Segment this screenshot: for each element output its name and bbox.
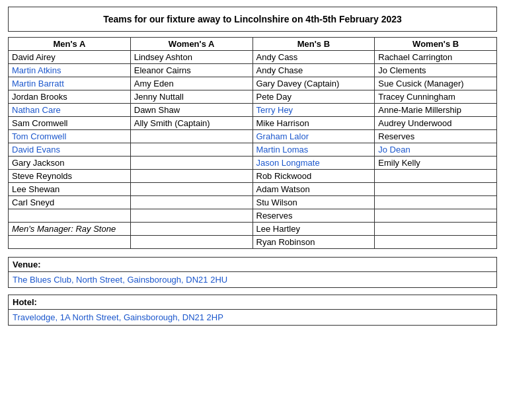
table-row: Jason Longmate [252, 157, 375, 170]
table-row [130, 170, 252, 183]
table-row: Gary Davey (Captain) [252, 77, 375, 90]
col-header-mens-a: Men's A [9, 38, 131, 51]
table-row: Men's Manager: Ray Stone [9, 223, 131, 236]
table-row [130, 130, 252, 143]
hotel-label: Hotel: [9, 295, 496, 310]
table-row: Graham Lalor [252, 130, 375, 143]
table-row: Stu Wilson [252, 196, 375, 209]
hotel-section: Hotel: Travelodge, 1A North Street, Gain… [8, 295, 497, 326]
table-row: Jo Dean [375, 143, 497, 157]
table-row: Andy Chase [252, 64, 375, 77]
table-row: Adam Watson [252, 183, 375, 196]
table-row [130, 183, 252, 196]
table-row: David Evans [9, 143, 131, 157]
table-row: Lindsey Ashton [130, 51, 252, 64]
table-row [130, 209, 252, 223]
table-row [375, 209, 497, 223]
table-row: Amy Eden [130, 77, 252, 90]
col-header-mens-b: Men's B [252, 38, 375, 51]
table-row [375, 196, 497, 209]
table-row [130, 223, 252, 236]
table-row: Audrey Underwood [375, 117, 497, 130]
table-row: Sam Cromwell [9, 117, 131, 130]
table-row: Dawn Shaw [130, 104, 252, 117]
table-row: Jenny Nuttall [130, 90, 252, 104]
table-row: Rachael Carrington [375, 51, 497, 64]
table-row: Rob Rickwood [252, 170, 375, 183]
col-header-womens-b: Women's B [375, 38, 497, 51]
table-row [130, 157, 252, 170]
table-row [9, 236, 131, 249]
table-row: Reserves [375, 130, 497, 143]
table-row: Carl Sneyd [9, 196, 131, 209]
table-row: Steve Reynolds [9, 170, 131, 183]
hotel-value: Travelodge, 1A North Street, Gainsboroug… [9, 310, 496, 325]
table-row: Terry Hey [252, 104, 375, 117]
table-row: Lee Hartley [252, 223, 375, 236]
table-row [130, 196, 252, 209]
table-row: Martin Lomas [252, 143, 375, 157]
table-row: Reserves [252, 209, 375, 223]
table-row: Andy Cass [252, 51, 375, 64]
table-row: Nathan Care [9, 104, 131, 117]
table-row: Jo Clements [375, 64, 497, 77]
table-row: Sue Cusick (Manager) [375, 77, 497, 90]
table-row: Eleanor Cairns [130, 64, 252, 77]
table-row: Ryan Robinson [252, 236, 375, 249]
table-row: Tom Cromwell [9, 130, 131, 143]
table-row: Gary Jackson [9, 157, 131, 170]
table-row [375, 236, 497, 249]
table-row [130, 236, 252, 249]
col-header-womens-a: Women's A [130, 38, 252, 51]
page-wrapper: Teams for our fixture away to Lincolnshi… [8, 7, 497, 326]
table-row: David Airey [9, 51, 131, 64]
table-row [375, 170, 497, 183]
table-row: Tracey Cunningham [375, 90, 497, 104]
table-row: Mike Harrison [252, 117, 375, 130]
table-row: Martin Atkins [9, 64, 131, 77]
table-row [130, 143, 252, 157]
table-row: Jordan Brooks [9, 90, 131, 104]
table-row: Ally Smith (Captain) [130, 117, 252, 130]
table-row: Pete Day [252, 90, 375, 104]
page-title: Teams for our fixture away to Lincolnshi… [8, 7, 497, 32]
venue-label: Venue: [9, 258, 496, 272]
table-row: Anne-Marie Millership [375, 104, 497, 117]
teams-table: Men's A Women's A Men's B Women's B Davi… [8, 37, 497, 249]
table-row [9, 209, 131, 223]
table-row [375, 183, 497, 196]
table-row: Lee Shewan [9, 183, 131, 196]
table-row [375, 223, 497, 236]
venue-section: Venue: The Blues Club, North Street, Gai… [8, 257, 497, 288]
table-row: Emily Kelly [375, 157, 497, 170]
table-row: Martin Barratt [9, 77, 131, 90]
venue-value: The Blues Club, North Street, Gainsborou… [9, 272, 496, 287]
